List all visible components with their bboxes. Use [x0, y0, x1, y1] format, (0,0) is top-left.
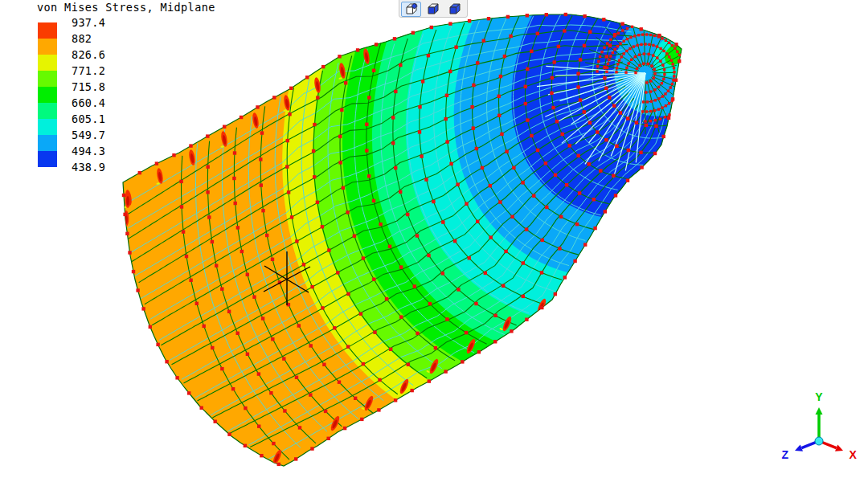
cube-wireframe-icon — [404, 2, 418, 16]
legend-swatch — [38, 71, 57, 87]
view-solid-button[interactable] — [444, 2, 465, 17]
orientation-triad: XYZ — [782, 390, 858, 461]
legend-swatch — [38, 151, 57, 167]
view-style-toolbar — [399, 0, 468, 18]
contour-legend: 937.4882826.6771.2715.8660.4605.1549.749… — [0, 0, 129, 185]
viewport-background[interactable]: XYZ von Mises Stress, Midplane 937.48828… — [0, 0, 868, 482]
legend-value: 549.7 — [72, 129, 105, 141]
legend-swatch — [38, 135, 57, 151]
legend-swatch — [38, 119, 57, 135]
legend-value: 605.1 — [72, 112, 105, 125]
model-viewport[interactable]: XYZ — [0, 0, 868, 482]
cube-front-face-icon — [426, 2, 440, 16]
legend-value: 882 — [72, 32, 92, 45]
legend-value: 438.9 — [72, 161, 105, 174]
triad-origin — [815, 437, 823, 445]
legend-value: 771.2 — [72, 64, 105, 77]
view-wireframe-button[interactable] — [401, 2, 421, 17]
legend-value: 937.4 — [72, 16, 105, 29]
legend-value: 826.6 — [72, 48, 105, 61]
stress-contour-bands — [123, 0, 868, 482]
legend-swatch — [38, 39, 57, 55]
legend-swatch — [38, 87, 57, 103]
legend-swatch — [38, 55, 57, 71]
triad-axis-label: X — [849, 448, 857, 461]
legend-value: 494.3 — [72, 145, 105, 157]
triad-axis-label: Z — [782, 448, 789, 461]
legend-value: 715.8 — [72, 80, 105, 93]
legend-swatch — [38, 22, 57, 39]
legend-swatch — [38, 103, 57, 119]
legend-value: 660.4 — [72, 96, 105, 109]
view-hiddenline-button[interactable] — [423, 2, 443, 17]
cube-solid-icon — [448, 2, 461, 16]
triad-axis-label: Y — [815, 390, 823, 403]
